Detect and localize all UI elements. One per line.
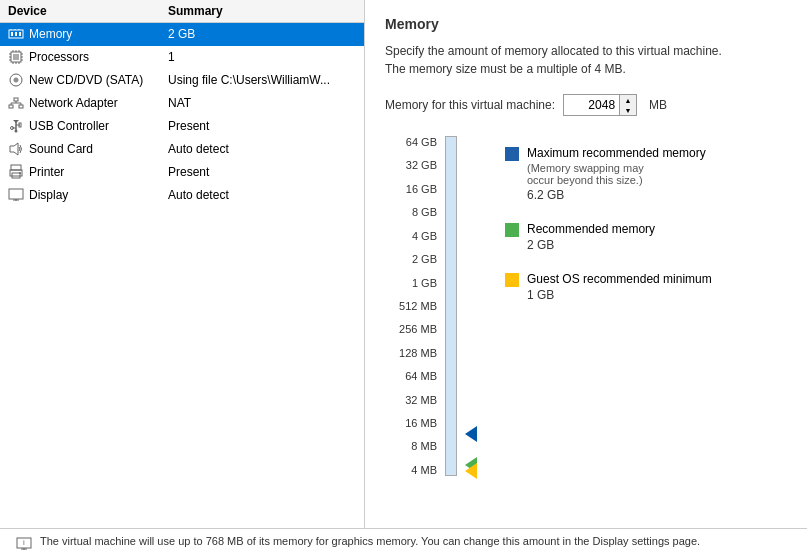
scale-8gb: 8 GB (385, 206, 437, 218)
cdrom-icon (8, 72, 24, 88)
printer-icon (8, 164, 24, 180)
legend-value-guest-min: 1 GB (527, 288, 712, 302)
svg-rect-3 (19, 32, 21, 36)
device-name-display: Display (29, 188, 68, 202)
device-row-memory[interactable]: Memory 2 GB (0, 23, 364, 46)
spinner-down-button[interactable]: ▼ (620, 105, 636, 115)
scale-64mb: 64 MB (385, 370, 437, 382)
svg-marker-38 (10, 143, 18, 155)
scale-1gb: 1 GB (385, 277, 437, 289)
svg-marker-32 (13, 120, 19, 123)
processor-icon (8, 49, 24, 65)
svg-rect-25 (19, 105, 23, 108)
legend-color-guest-min (505, 273, 519, 287)
network-icon (8, 95, 24, 111)
device-summary-sound: Auto detect (168, 142, 356, 156)
legend-label-recommended: Recommended memory (527, 222, 655, 236)
usb-icon (8, 118, 24, 134)
svg-point-23 (15, 79, 17, 81)
device-row-network[interactable]: Network Adapter NAT (0, 92, 364, 115)
device-summary-memory: 2 GB (168, 27, 356, 41)
legend-label-guest-min: Guest OS recommended minimum (527, 272, 712, 286)
legend-text-max: Maximum recommended memory (Memory swapp… (527, 146, 706, 202)
scale-32mb: 32 MB (385, 394, 437, 406)
spinner-up-button[interactable]: ▲ (620, 95, 636, 105)
left-panel: Device Summary (0, 0, 365, 528)
device-summary-processors: 1 (168, 50, 356, 64)
chart-legend: Maximum recommended memory (Memory swapp… (485, 136, 787, 512)
svg-rect-26 (14, 98, 18, 101)
legend-item-guest-min: Guest OS recommended minimum 1 GB (505, 272, 787, 302)
svg-point-42 (19, 172, 21, 174)
panel-title: Memory (385, 16, 787, 32)
bottom-bar-text: The virtual machine will use up to 768 M… (40, 535, 700, 547)
device-name-usb: USB Controller (29, 119, 109, 133)
device-row-processors[interactable]: Processors 1 (0, 46, 364, 69)
svg-rect-1 (11, 32, 13, 36)
memory-value-input[interactable] (564, 96, 619, 114)
legend-item-max: Maximum recommended memory (Memory swapp… (505, 146, 787, 202)
device-row-printer[interactable]: Printer Present (0, 161, 364, 184)
scale-labels: 64 GB 32 GB 16 GB 8 GB 4 GB 2 GB 1 GB 51… (385, 136, 445, 476)
bottom-bar: i The virtual machine will use up to 768… (0, 528, 807, 560)
sound-icon (8, 141, 24, 157)
device-name-memory: Memory (29, 27, 72, 41)
arrow-max-recommended (465, 426, 477, 442)
table-header: Device Summary (0, 0, 364, 23)
memory-bar (445, 136, 457, 476)
legend-sublabel-max: (Memory swapping mayoccur beyond this si… (527, 162, 706, 186)
scale-256mb: 256 MB (385, 323, 437, 335)
memory-input-label: Memory for this virtual machine: (385, 98, 555, 112)
svg-text:i: i (23, 538, 25, 547)
scale-2gb: 2 GB (385, 253, 437, 265)
device-name-cdvd: New CD/DVD (SATA) (29, 73, 143, 87)
scale-4gb: 4 GB (385, 230, 437, 242)
memory-input-wrapper: ▲ ▼ (563, 94, 637, 116)
legend-value-recommended: 2 GB (527, 238, 655, 252)
device-row-usb[interactable]: USB Controller Present (0, 115, 364, 138)
info-icon: i (16, 536, 32, 554)
blue-arrow-icon (465, 426, 477, 442)
svg-point-37 (15, 130, 18, 133)
scale-64gb: 64 GB (385, 136, 437, 148)
yellow-arrow-icon (465, 463, 477, 479)
right-panel: Memory Specify the amount of memory allo… (365, 0, 807, 528)
device-summary-network: NAT (168, 96, 356, 110)
svg-rect-24 (9, 105, 13, 108)
device-name-printer: Printer (29, 165, 64, 179)
scale-512mb: 512 MB (385, 300, 437, 312)
device-row-display[interactable]: Display Auto detect (0, 184, 364, 207)
legend-value-max: 6.2 GB (527, 188, 706, 202)
legend-color-max (505, 147, 519, 161)
arrow-guest-min (465, 463, 477, 479)
device-list: Memory 2 GB (0, 23, 364, 528)
scale-16mb: 16 MB (385, 417, 437, 429)
display-icon (8, 187, 24, 203)
scale-128mb: 128 MB (385, 347, 437, 359)
memory-icon (8, 26, 24, 42)
col-device-header: Device (8, 4, 168, 18)
scale-8mb: 8 MB (385, 440, 437, 452)
memory-input-row: Memory for this virtual machine: ▲ ▼ MB (385, 94, 787, 116)
legend-text-guest-min: Guest OS recommended minimum 1 GB (527, 272, 712, 302)
desc-line1: Specify the amount of memory allocated t… (385, 44, 722, 58)
svg-rect-2 (15, 32, 17, 36)
device-row-cdvd[interactable]: New CD/DVD (SATA) Using file C:\Users\Wi… (0, 69, 364, 92)
scale-16gb: 16 GB (385, 183, 437, 195)
legend-text-recommended: Recommended memory 2 GB (527, 222, 655, 252)
desc-line2: The memory size must be a multiple of 4 … (385, 62, 626, 76)
device-summary-printer: Present (168, 165, 356, 179)
scale-32gb: 32 GB (385, 159, 437, 171)
device-row-sound[interactable]: Sound Card Auto detect (0, 138, 364, 161)
device-summary-display: Auto detect (168, 188, 356, 202)
memory-chart: 64 GB 32 GB 16 GB 8 GB 4 GB 2 GB 1 GB 51… (385, 136, 787, 512)
legend-color-recommended (505, 223, 519, 237)
legend-label-max: Maximum recommended memory (527, 146, 706, 160)
svg-rect-8 (13, 54, 19, 60)
bar-wrapper (445, 136, 485, 512)
panel-description: Specify the amount of memory allocated t… (385, 42, 787, 78)
memory-spinner: ▲ ▼ (619, 95, 636, 115)
col-summary-header: Summary (168, 4, 356, 18)
svg-rect-43 (9, 189, 23, 199)
device-name-sound: Sound Card (29, 142, 93, 156)
